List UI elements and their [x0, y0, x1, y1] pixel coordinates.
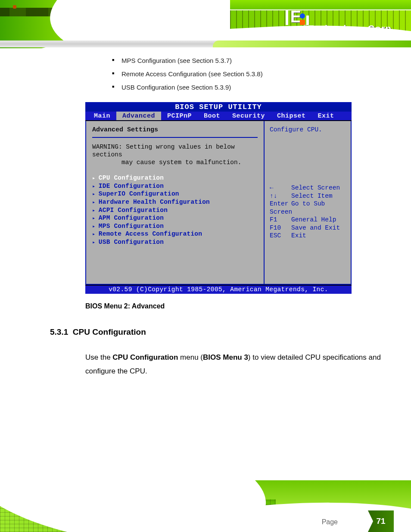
figure-caption: BIOS Menu 2: Advanced [85, 302, 381, 310]
bullet-list: MPS Configuration (see Section 5.3.7) Re… [112, 57, 381, 91]
bios-menu-item[interactable]: Hardware Health Configuration [92, 198, 258, 206]
bios-tab-chipset[interactable]: Chipset [271, 112, 312, 120]
bios-help-text: Configure CPU. [270, 126, 346, 133]
key: ↑↓ [270, 192, 291, 200]
body-paragraph: Use the CPU Configuration menu (BIOS Men… [85, 351, 381, 379]
bios-body: Advanced Settings WARNING: Setting wrong… [85, 121, 352, 285]
header-top-green [230, 0, 411, 9]
section-number: 5.3.1 [50, 327, 68, 336]
bios-menu-item[interactable]: APM Configuration [92, 214, 258, 222]
p-menu: CPU Configuration [112, 353, 178, 361]
page-header: E ®Technology Corp. [0, 0, 411, 48]
bullet-item: MPS Configuration (see Section 5.3.7) [112, 57, 381, 64]
bios-tab-pcipnp[interactable]: PCIPnP [161, 112, 198, 120]
key: ESC [270, 232, 291, 240]
page-footer: Page 71 [0, 480, 411, 532]
logo-dot-blue [300, 13, 305, 19]
bios-title: BIOS SETUP UTILITY [85, 102, 352, 112]
page-label-wrap: Page [322, 518, 342, 526]
bios-tab-bar: Main Advanced PCIPnP Boot Security Chips… [85, 112, 352, 121]
key: Enter [270, 200, 291, 208]
bios-tab-security[interactable]: Security [226, 112, 271, 120]
bios-divider [92, 137, 258, 138]
key-desc: Save and Exit [291, 224, 340, 231]
page-number: 71 [376, 516, 385, 526]
logo-bar [286, 10, 288, 25]
page-label: Page [322, 518, 338, 526]
bios-warning-line1: WARNING: Setting wrong values in below s… [92, 143, 235, 158]
bios-menu-item[interactable]: ACPI Configuration [92, 206, 258, 215]
bios-left-heading: Advanced Settings [92, 126, 258, 134]
logo: E [286, 9, 310, 25]
bios-tab-exit[interactable]: Exit [312, 112, 340, 120]
p-ref: BIOS Menu 3 [203, 353, 248, 361]
key: F10 [270, 224, 291, 232]
bios-tab-boot[interactable]: Boot [198, 112, 226, 120]
bios-warning: WARNING: Setting wrong values in below s… [92, 143, 258, 166]
bios-menu-item[interactable]: USB Configuration [92, 238, 258, 246]
bios-screenshot: BIOS SETUP UTILITY Main Advanced PCIPnP … [85, 102, 352, 294]
bios-warning-line2: may cause system to malfunction. [121, 159, 241, 166]
bios-left-pane: Advanced Settings WARNING: Setting wrong… [86, 121, 265, 284]
bios-tab-main[interactable]: Main [88, 112, 116, 120]
key-desc: Select Item [291, 193, 333, 199]
key: F1 [270, 216, 291, 224]
key-desc: General Help [291, 216, 336, 223]
key-desc: Select Screen [291, 184, 340, 191]
section-title: CPU Configuration [73, 327, 146, 336]
bios-key-legend: ←Select Screen ↑↓Select Item EnterGo to … [270, 184, 346, 240]
bios-menu-item[interactable]: SuperIO Configuration [92, 190, 258, 198]
bios-right-pane: Configure CPU. ←Select Screen ↑↓Select I… [265, 121, 351, 284]
logo-mark: E [286, 9, 310, 25]
key-desc: Exit [291, 232, 306, 239]
p-pre: Use the [85, 353, 112, 361]
key: ← [270, 184, 291, 192]
footer-white-pill: Page [183, 511, 368, 532]
bullet-item: Remote Access Configuration (see Section… [112, 70, 381, 78]
bios-tab-advanced[interactable]: Advanced [116, 112, 161, 120]
bios-menu-item-selected[interactable]: CPU Configuration [92, 174, 258, 182]
bullet-item: USB Configuration (see Section 5.3.9) [112, 84, 381, 91]
bios-menu-item[interactable]: MPS Configuration [92, 222, 258, 230]
bios-menu-item[interactable]: IDE Configuration [92, 182, 258, 190]
section-heading: 5.3.1 CPU Configuration [50, 327, 381, 337]
page-content: MPS Configuration (see Section 5.3.7) Re… [0, 52, 411, 379]
header-green-lip [213, 40, 411, 47]
p-mid: menu ( [178, 353, 203, 361]
bios-footer: v02.59 (C)Copyright 1985-2005, American … [85, 285, 352, 294]
bios-menu-item[interactable]: Remote Access Configuration [92, 230, 258, 238]
